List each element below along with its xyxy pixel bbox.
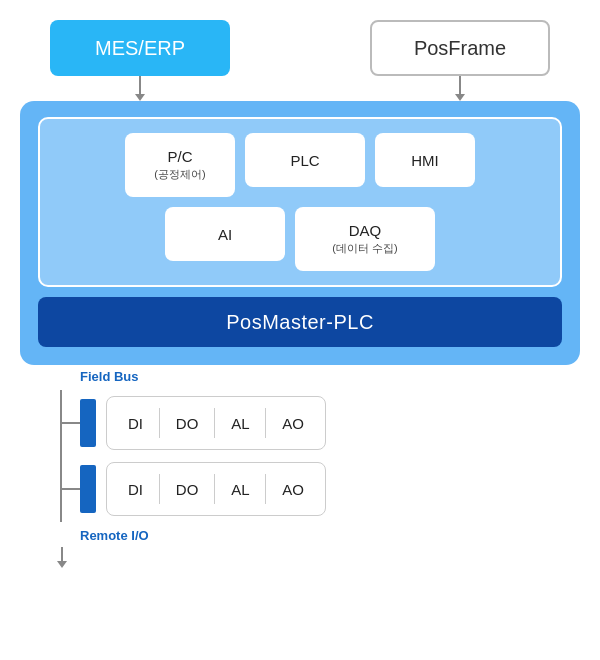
inner-row-1: P/C (공정제어) PLC HMI	[54, 133, 546, 197]
io-box-2: DI DO AL AO	[106, 462, 326, 516]
top-row: MES/ERP PosFrame	[20, 20, 580, 76]
io-box-1: DI DO AL AO	[106, 396, 326, 450]
posframe-box: PosFrame	[370, 20, 550, 76]
bus-row-2: DI DO AL AO	[60, 462, 580, 516]
remote-io-label: Remote I/O	[80, 528, 149, 543]
io-divider	[214, 474, 215, 504]
mes-arrow	[50, 76, 230, 101]
ai-box: AI	[165, 207, 285, 261]
io-al-2: AL	[225, 481, 255, 498]
blue-connector-square	[80, 399, 96, 447]
plc-box: PLC	[245, 133, 365, 187]
arrow-line	[459, 76, 461, 94]
pc-box: P/C (공정제어)	[125, 133, 235, 197]
posmaster-bar: PosMaster-PLC	[38, 297, 562, 347]
io-divider	[265, 474, 266, 504]
io-divider	[159, 474, 160, 504]
field-bus-label: Field Bus	[80, 369, 139, 384]
io-di-1: DI	[122, 415, 149, 432]
arrow-line	[139, 76, 141, 94]
posframe-arrow	[370, 76, 550, 101]
h-connector	[60, 488, 80, 490]
bottom-arrow	[61, 547, 67, 568]
bottom-arrowhead	[57, 561, 67, 568]
io-ao-1: AO	[276, 415, 310, 432]
io-do-2: DO	[170, 481, 205, 498]
io-divider	[214, 408, 215, 438]
top-connectors	[20, 76, 580, 101]
diagram: MES/ERP PosFrame P/C (공정제어) PLC	[20, 20, 580, 568]
bus-row-1: DI DO AL AO	[60, 396, 580, 450]
inner-row-2: AI DAQ (데이터 수집)	[54, 207, 546, 271]
io-divider	[159, 408, 160, 438]
mes-erp-box: MES/ERP	[50, 20, 230, 76]
io-do-1: DO	[170, 415, 205, 432]
io-di-2: DI	[122, 481, 149, 498]
io-al-1: AL	[225, 415, 255, 432]
bottom-arrow-line	[61, 547, 63, 561]
io-ao-2: AO	[276, 481, 310, 498]
blue-connector-square	[80, 465, 96, 513]
bus-rows: DI DO AL AO DI DO AL	[60, 390, 580, 522]
daq-box: DAQ (데이터 수집)	[295, 207, 435, 271]
field-bus-section: Field Bus DI DO AL AO	[20, 369, 580, 568]
arrow-head	[135, 94, 145, 101]
h-connector	[60, 422, 80, 424]
inner-panel: P/C (공정제어) PLC HMI AI DAQ (데이터 수집)	[38, 117, 562, 287]
arrow-head	[455, 94, 465, 101]
hmi-box: HMI	[375, 133, 475, 187]
io-divider	[265, 408, 266, 438]
main-panel: P/C (공정제어) PLC HMI AI DAQ (데이터 수집)	[20, 101, 580, 365]
